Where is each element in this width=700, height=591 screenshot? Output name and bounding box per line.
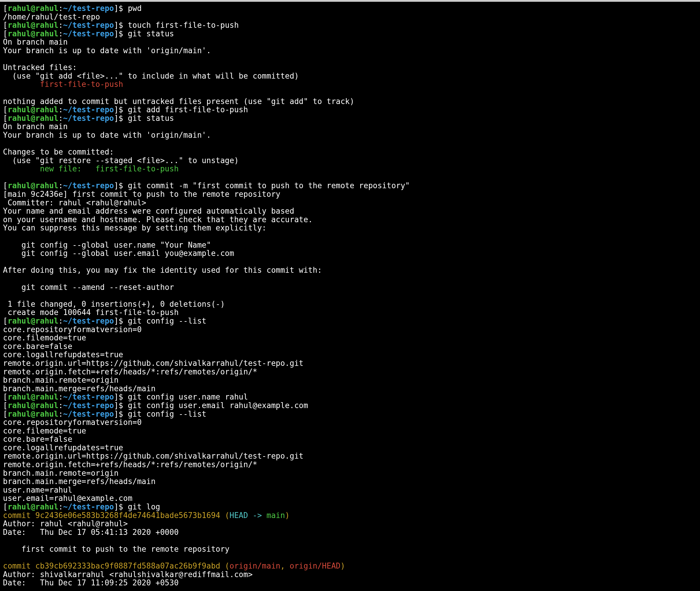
output-line: Author: shivalkarrahul <rahulshivalkar@r… [3,570,697,579]
prompt-line: [rahul@rahul:~/test-repo]$ git log [3,503,697,511]
command-text: git log [128,502,160,511]
head-pointer: HEAD -> [229,511,266,520]
blank-line [3,291,697,300]
prompt-separator: : [59,105,63,114]
blank-line [3,274,697,283]
prompt-separator: : [59,401,63,410]
output-line: branch.main.merge=refs/heads/main [3,477,697,486]
prompt-line: [rahul@rahul:~/test-repo]$ pwd [3,4,697,13]
prompt-close-bracket: ] [114,401,119,410]
prompt-symbol: $ [119,4,128,13]
output-line: git config --global user.email you@examp… [3,249,697,258]
remote-ref: origin/main [229,562,280,570]
output-line: core.logallrefupdates=true [3,350,697,359]
output-line: core.repositoryformatversion=0 [3,325,697,334]
command-text: git config --list [128,317,206,325]
output-line: core.filemode=true [3,427,697,435]
prompt-symbol: $ [119,502,128,511]
prompt-path: ~/test-repo [63,4,114,13]
prompt-close-bracket: ] [114,181,119,190]
output-line: On branch main [3,38,697,46]
comma: , [280,562,289,570]
prompt-user: rahul@rahul [8,21,59,29]
output-line: core.logallrefupdates=true [3,444,697,452]
command-text: touch first-file-to-push [128,21,239,29]
output-line: Author: rahul <rahul@rahul> [3,520,697,528]
prompt-path: ~/test-repo [63,502,114,511]
paren-open: ( [225,511,229,520]
prompt-line: [rahul@rahul:~/test-repo]$ git status [3,29,697,38]
paren-close: ) [341,562,345,570]
blank-line [3,89,697,97]
prompt-close-bracket: ] [114,317,119,325]
prompt-line: [rahul@rahul:~/test-repo]$ git config --… [3,410,697,418]
output-line: Changes to be committed: [3,148,697,156]
terminal-pane[interactable]: [rahul@rahul:~/test-repo]$ pwd/home/rahu… [0,2,700,591]
prompt-open-bracket: [ [3,181,8,190]
output-line: remote.origin.url=https://github.com/shi… [3,452,697,460]
prompt-open-bracket: [ [3,105,8,114]
prompt-open-bracket: [ [3,392,8,401]
prompt-symbol: $ [119,105,128,114]
prompt-open-bracket: [ [3,502,8,511]
prompt-close-bracket: ] [114,409,119,418]
prompt-user: rahul@rahul [8,317,59,325]
output-line: user.name=rahul [3,486,697,495]
prompt-open-bracket: [ [3,21,8,29]
prompt-user: rahul@rahul [8,401,59,410]
prompt-close-bracket: ] [114,21,119,29]
blank-line [3,587,697,591]
prompt-line: [rahul@rahul:~/test-repo]$ git add first… [3,106,697,114]
output-line: remote.origin.fetch=+refs/heads/*:refs/r… [3,368,697,376]
paren-open: ( [225,562,229,570]
prompt-close-bracket: ] [114,105,119,114]
prompt-user: rahul@rahul [8,105,59,114]
command-text: git config user.name rahul [128,392,248,401]
command-text: git add first-file-to-push [128,105,248,114]
output-line: on your username and hostname. Please ch… [3,215,697,224]
output-line: Your name and email address were configu… [3,207,697,215]
prompt-symbol: $ [119,21,128,29]
prompt-separator: : [59,317,63,325]
prompt-separator: : [59,502,63,511]
prompt-path: ~/test-repo [63,114,114,123]
output-line: [main 9c2436e] first commit to push to t… [3,190,697,199]
prompt-close-bracket: ] [114,502,119,511]
paren-close: ) [285,511,290,520]
output-line: git commit --amend --reset-author [3,283,697,292]
git-log-commit-line: commit 9c2436e06e583b3268f4de74641bade56… [3,511,697,520]
prompt-path: ~/test-repo [63,401,114,410]
blank-line [3,536,697,545]
prompt-separator: : [59,392,63,401]
prompt-user: rahul@rahul [8,29,59,38]
prompt-symbol: $ [119,392,128,401]
prompt-user: rahul@rahul [8,392,59,401]
prompt-symbol: $ [119,29,128,38]
command-text: git config --list [128,409,206,418]
prompt-path: ~/test-repo [63,392,114,401]
output-line: core.repositoryformatversion=0 [3,418,697,427]
prompt-close-bracket: ] [114,4,119,13]
prompt-path: ~/test-repo [63,105,114,114]
prompt-symbol: $ [119,317,128,325]
prompt-line: [rahul@rahul:~/test-repo]$ git config us… [3,393,697,401]
prompt-close-bracket: ] [114,392,119,401]
prompt-user: rahul@rahul [8,4,59,13]
output-line: git config --global user.name "Your Name… [3,241,697,249]
blank-line [3,553,697,562]
output-line: /home/rahul/test-repo [3,13,697,21]
blank-line [3,55,697,64]
output-line: Date: Thu Dec 17 11:09:25 2020 +0530 [3,579,697,587]
prompt-symbol: $ [119,181,128,190]
prompt-line: [rahul@rahul:~/test-repo]$ git config us… [3,401,697,410]
command-text: git status [128,114,174,123]
output-line: core.bare=false [3,435,697,444]
prompt-line: [rahul@rahul:~/test-repo]$ git commit -m… [3,182,697,190]
commit-hash: commit cb39cb692333bac9f0887fd588a07ac26… [3,562,225,570]
prompt-path: ~/test-repo [63,21,114,29]
prompt-separator: : [59,114,63,123]
output-line: nothing added to commit but untracked fi… [3,97,697,106]
command-text: git config user.email rahul@example.com [128,401,308,410]
command-text: git status [128,29,174,38]
prompt-line: [rahul@rahul:~/test-repo]$ git status [3,114,697,123]
